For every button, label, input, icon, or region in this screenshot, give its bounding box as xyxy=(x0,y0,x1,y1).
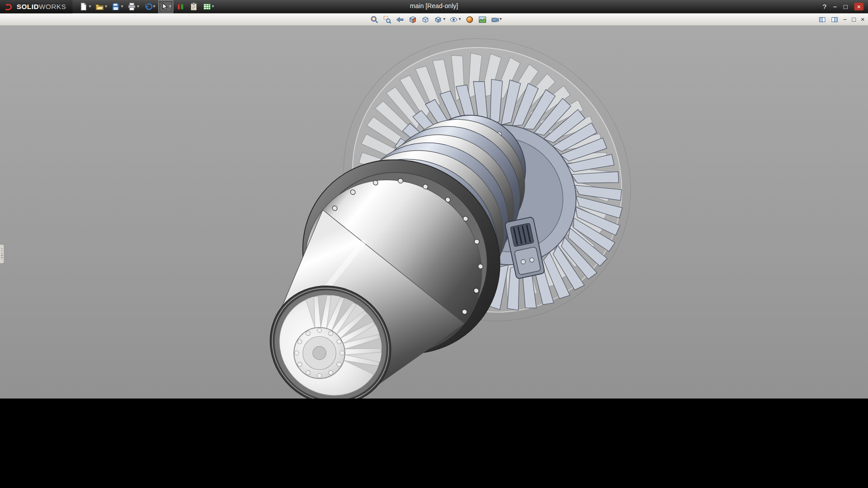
tile-right-icon[interactable] xyxy=(831,16,838,23)
section-view-button[interactable] xyxy=(407,13,419,25)
dropdown-arrow-icon[interactable]: ▾ xyxy=(121,5,123,9)
zoom-to-area-button[interactable] xyxy=(382,13,393,25)
undo-button[interactable]: ▾ xyxy=(142,0,157,13)
maximize-button[interactable]: □ xyxy=(844,3,848,10)
new-button[interactable]: ▾ xyxy=(78,0,93,13)
new-document-icon xyxy=(80,2,89,11)
zoom-fit-icon xyxy=(371,15,379,23)
rebuild-icon xyxy=(176,2,185,11)
view-settings-button[interactable]: ▾ xyxy=(489,13,504,25)
dropdown-arrow-icon[interactable]: ▾ xyxy=(458,17,461,22)
appearance-ball-icon xyxy=(465,15,473,23)
splined-shaft xyxy=(294,328,345,379)
minimize-button[interactable]: − xyxy=(833,3,837,10)
section-view-icon xyxy=(409,15,417,23)
panel-collapse-handle[interactable] xyxy=(0,244,5,264)
dropdown-arrow-icon[interactable]: ▾ xyxy=(153,5,156,9)
document-close-button[interactable]: × xyxy=(861,16,865,23)
title-bar: SOLIDWORKS ▾▾▾▾▾▾▾ main [Read-only] ? − … xyxy=(0,0,868,13)
tile-left-icon[interactable] xyxy=(819,16,826,23)
eye-icon xyxy=(450,15,458,23)
view-orientation-button[interactable] xyxy=(420,13,432,25)
engine-3d-scene[interactable] xyxy=(0,25,868,399)
print-icon xyxy=(127,2,137,11)
view-cube-icon xyxy=(421,15,429,23)
edit-appearance-button[interactable] xyxy=(464,13,476,25)
open-button[interactable]: ▾ xyxy=(94,0,108,13)
heads-up-view-toolbar: ▾▾▾ xyxy=(0,13,868,26)
clipboard-icon xyxy=(189,2,198,11)
table-icon xyxy=(203,2,212,11)
camera-icon xyxy=(491,15,499,23)
document-minimize-button[interactable]: − xyxy=(843,16,847,23)
main-toolbar: ▾▾▾▾▾▾▾ xyxy=(73,0,216,13)
hide-show-items-button[interactable]: ▾ xyxy=(448,13,462,25)
previous-view-icon xyxy=(396,15,404,23)
window-controls: ? − □ × xyxy=(823,3,868,10)
document-window-controls: − □ × xyxy=(819,13,865,25)
dropdown-arrow-icon[interactable]: ▾ xyxy=(212,5,214,9)
view-toolbar: ▾▾▾ xyxy=(364,13,504,25)
options-button[interactable]: ▾ xyxy=(201,0,216,13)
dropdown-arrow-icon[interactable]: ▾ xyxy=(443,17,445,22)
previous-view-button[interactable] xyxy=(394,13,406,25)
graphics-viewport[interactable]: x *Dimetric xyxy=(0,25,868,399)
dropdown-arrow-icon[interactable]: ▾ xyxy=(105,5,107,9)
open-folder-icon xyxy=(95,2,104,11)
select-cursor-icon xyxy=(160,2,169,11)
display-style-button[interactable]: ▾ xyxy=(433,13,447,25)
brand-solid: SOLID xyxy=(17,3,39,10)
dropdown-arrow-icon[interactable]: ▾ xyxy=(500,17,502,22)
undo-icon xyxy=(144,2,153,11)
print-button[interactable]: ▾ xyxy=(126,0,141,13)
help-button[interactable]: ? xyxy=(823,3,826,10)
brand: SOLIDWORKS xyxy=(0,0,73,13)
dassault-systemes-logo-icon xyxy=(3,2,14,11)
document-restore-button[interactable]: □ xyxy=(852,16,856,23)
select-button[interactable]: ▾ xyxy=(158,0,173,13)
apply-scene-button[interactable] xyxy=(476,13,488,25)
dropdown-arrow-icon[interactable]: ▾ xyxy=(137,5,139,9)
scene-icon xyxy=(478,15,486,23)
brand-works: WORKS xyxy=(39,3,66,10)
zoom-to-fit-button[interactable] xyxy=(369,13,381,25)
rebuild-button[interactable] xyxy=(174,0,186,13)
close-button[interactable]: × xyxy=(854,3,863,10)
zoom-area-icon xyxy=(383,15,392,23)
save-button[interactable]: ▾ xyxy=(110,0,125,13)
file-properties-button[interactable] xyxy=(188,0,200,13)
dropdown-arrow-icon[interactable]: ▾ xyxy=(89,5,91,9)
solidworks-window: SOLIDWORKS ▾▾▾▾▾▾▾ main [Read-only] ? − … xyxy=(0,0,868,399)
brand-text: SOLIDWORKS xyxy=(17,3,66,10)
dropdown-arrow-icon[interactable]: ▾ xyxy=(169,5,171,9)
display-style-icon xyxy=(434,15,443,23)
save-icon xyxy=(112,2,121,11)
